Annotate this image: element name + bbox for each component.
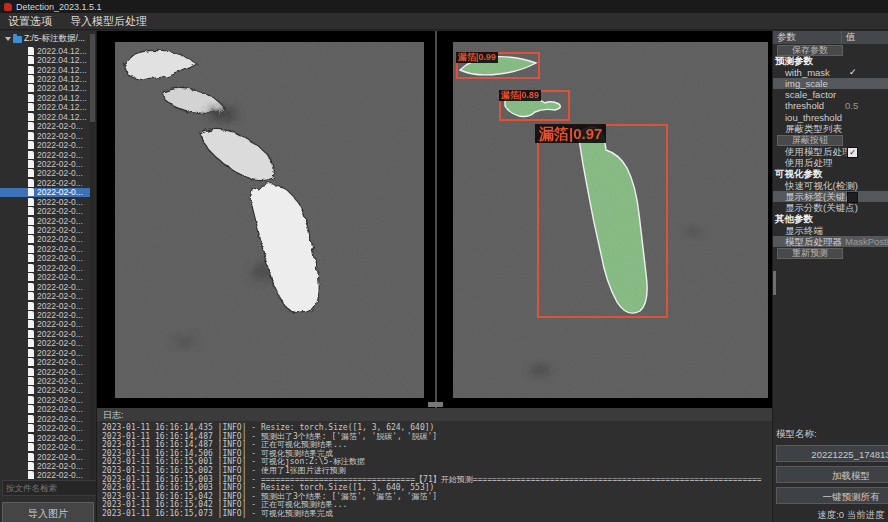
param-row[interactable]: img_scale bbox=[773, 78, 888, 89]
param-label: with_mask bbox=[773, 67, 830, 78]
tree-root[interactable]: Z:/5-标注数据/... bbox=[0, 34, 85, 44]
tree-item[interactable]: 2022-02-0... bbox=[0, 131, 90, 140]
tree-item[interactable]: 2022-02-0... bbox=[0, 386, 90, 395]
tree-item[interactable]: 2022-02-0... bbox=[0, 367, 90, 376]
tree-item[interactable]: 2022-02-0... bbox=[0, 244, 90, 253]
param-row[interactable]: 显示分数(关键点) bbox=[773, 202, 888, 213]
tree-root-label: Z:/5-标注数据/... bbox=[24, 33, 85, 45]
prediction-image-viewer[interactable]: 漏箔|0.99漏箔|0.89漏箔|0.97 bbox=[453, 42, 768, 398]
tree-item[interactable]: 2022-02-0... bbox=[0, 339, 90, 348]
checkmark-icon[interactable]: ✓ bbox=[849, 67, 857, 78]
model-name-field[interactable]: 20221225_174813 bbox=[776, 445, 888, 462]
tree-item[interactable]: 2022-02-0... bbox=[0, 254, 90, 263]
tree-item[interactable]: 2022-02-0... bbox=[0, 442, 90, 451]
tree-item[interactable]: 2022-02-0... bbox=[0, 329, 90, 338]
predict-all-button[interactable]: 一键预测所有 bbox=[776, 487, 888, 504]
param-row[interactable]: 显示标签(关键点) bbox=[773, 191, 888, 202]
param-section-header: 预测参数 bbox=[773, 55, 888, 66]
file-icon bbox=[28, 47, 34, 55]
param-label: img_scale bbox=[773, 78, 828, 89]
pane-splitter[interactable] bbox=[435, 31, 437, 408]
tree-item[interactable]: 2022.04.12... bbox=[0, 55, 90, 64]
tree-item[interactable]: 2022.04.12... bbox=[0, 112, 90, 121]
tree-item[interactable]: 2022.04.12... bbox=[0, 93, 90, 102]
tree-item[interactable]: 2022-02-0... bbox=[0, 414, 90, 423]
title-bar: Detection_2023.1.5.1 bbox=[0, 0, 888, 13]
file-icon bbox=[28, 434, 34, 442]
tree-item[interactable]: 2022-02-0... bbox=[0, 140, 90, 149]
file-icon bbox=[28, 330, 34, 338]
tree-item[interactable]: 2022-02-0... bbox=[0, 291, 90, 300]
tree-item[interactable]: 2022-02-0... bbox=[0, 348, 90, 357]
param-row[interactable]: iou_threshold bbox=[773, 112, 888, 123]
tree-item[interactable]: 2022-02-0... bbox=[0, 405, 90, 414]
tree-scrollbar[interactable] bbox=[90, 34, 95, 494]
param-row[interactable]: 屏蔽类型列表 bbox=[773, 123, 888, 134]
tree-item[interactable]: 2022-02-0... bbox=[0, 301, 90, 310]
tree-item[interactable]: 2022-02-0... bbox=[0, 310, 90, 319]
tree-item[interactable]: 2022-02-0... bbox=[0, 424, 90, 433]
param-row[interactable]: threshold0.5 bbox=[773, 100, 888, 111]
tree-item[interactable]: 2022-02-0... bbox=[0, 216, 90, 225]
menu-item-settings[interactable]: 设置选项 bbox=[8, 14, 52, 29]
panel-scrollbar-handle[interactable] bbox=[773, 271, 776, 295]
tree-item[interactable]: 2022-02-0... bbox=[0, 320, 90, 329]
param-row[interactable]: 使用后处理 bbox=[773, 157, 888, 168]
tree-item[interactable]: 2022-02-0... bbox=[0, 433, 90, 442]
file-icon bbox=[28, 198, 34, 206]
tree-item[interactable]: 2022.04.12... bbox=[0, 103, 90, 112]
file-icon bbox=[28, 339, 34, 347]
param-label: 预测参数 bbox=[773, 55, 813, 66]
tree-item[interactable]: 2022.04.12... bbox=[0, 46, 90, 55]
tree-item[interactable]: 2022-02-0... bbox=[0, 452, 90, 461]
tree-item[interactable]: 2022-02-0... bbox=[0, 376, 90, 385]
param-row[interactable]: 使用模型后处理✓ bbox=[773, 146, 888, 157]
tree-item[interactable]: 2022-02-0... bbox=[0, 122, 90, 131]
search-input[interactable] bbox=[2, 480, 97, 496]
param-button[interactable]: 屏蔽按钮 bbox=[777, 135, 843, 146]
tree-item[interactable]: 2022.04.12... bbox=[0, 65, 90, 74]
tree-item[interactable]: 2022-02-0... bbox=[0, 282, 90, 291]
tree-item[interactable]: 2022-02-0... bbox=[0, 169, 90, 178]
image-canvas: 漏箔|0.99漏箔|0.89漏箔|0.97 bbox=[97, 31, 772, 408]
tree-item[interactable]: 2022-02-0... bbox=[0, 357, 90, 366]
folder-icon bbox=[13, 36, 22, 43]
tree-item[interactable]: 2022-02-0... bbox=[0, 178, 90, 187]
file-tree-list: 2022.04.12...2022.04.12...2022.04.12...2… bbox=[0, 46, 90, 480]
import-images-button[interactable]: 导入图片 bbox=[2, 502, 94, 522]
tree-item[interactable]: 2022-02-0... bbox=[0, 225, 90, 234]
detection-box: 漏箔|0.97 bbox=[537, 124, 668, 318]
tree-item[interactable]: 2022-02-0... bbox=[0, 206, 90, 215]
param-button[interactable]: 重新预测 bbox=[777, 248, 843, 259]
param-row[interactable]: with_mask✓ bbox=[773, 67, 888, 78]
tree-scrollbar-handle[interactable] bbox=[90, 34, 95, 122]
param-row[interactable]: 屏蔽按钮 bbox=[773, 134, 888, 145]
param-row[interactable]: 重新预测 bbox=[773, 247, 888, 258]
tree-item[interactable]: 2022.04.12... bbox=[0, 84, 90, 93]
tree-item[interactable]: 2022-02-0... bbox=[0, 395, 90, 404]
tree-item[interactable]: 2022-02-0... bbox=[0, 159, 90, 168]
splitter-grip[interactable] bbox=[428, 402, 443, 407]
param-row[interactable]: 显示终端 bbox=[773, 225, 888, 236]
tree-item[interactable]: 2022-02-0... bbox=[0, 150, 90, 159]
tree-item[interactable]: 2022-02-0... bbox=[0, 235, 90, 244]
param-row[interactable]: 保存参数 bbox=[773, 44, 888, 55]
log-body[interactable]: 2023-01-11 16:16:14,435 |INFO| - Resize:… bbox=[97, 421, 772, 519]
param-row[interactable]: 模型后处理器MaskPostPro bbox=[773, 236, 888, 247]
tree-item[interactable]: 2022-02-0... bbox=[0, 188, 90, 197]
load-model-button[interactable]: 加载模型 bbox=[776, 466, 888, 483]
tree-item[interactable]: 2022-02-0... bbox=[0, 197, 90, 206]
menu-bar: 设置选项 导入模型后处理 bbox=[0, 13, 888, 30]
tree-item[interactable]: 2022.04.12... bbox=[0, 74, 90, 83]
raw-image-viewer[interactable] bbox=[115, 42, 424, 398]
caret-down-icon[interactable] bbox=[5, 37, 11, 41]
tree-item[interactable]: 2022-02-0... bbox=[0, 461, 90, 470]
param-row[interactable]: scale_factor bbox=[773, 89, 888, 100]
param-button[interactable]: 保存参数 bbox=[777, 45, 843, 56]
tree-item[interactable]: 2022-02-0... bbox=[0, 263, 90, 272]
tree-item[interactable]: 2022-02-0... bbox=[0, 273, 90, 282]
param-label: 屏蔽类型列表 bbox=[773, 123, 842, 134]
param-row[interactable]: 快速可视化(检测) bbox=[773, 180, 888, 191]
tree-item[interactable]: 2022-02-0... bbox=[0, 471, 90, 480]
menu-item-import-postprocess[interactable]: 导入模型后处理 bbox=[70, 14, 147, 29]
